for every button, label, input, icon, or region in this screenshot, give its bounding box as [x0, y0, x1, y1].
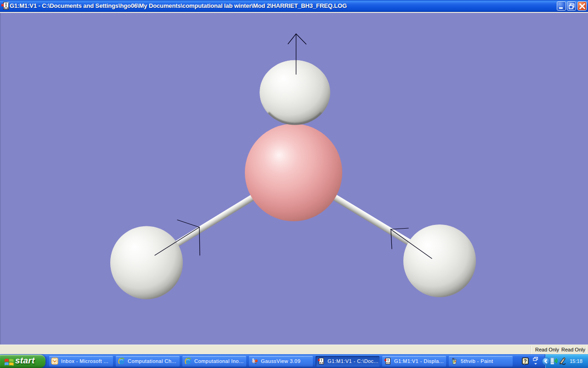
svg-text:?: ? [524, 358, 527, 364]
